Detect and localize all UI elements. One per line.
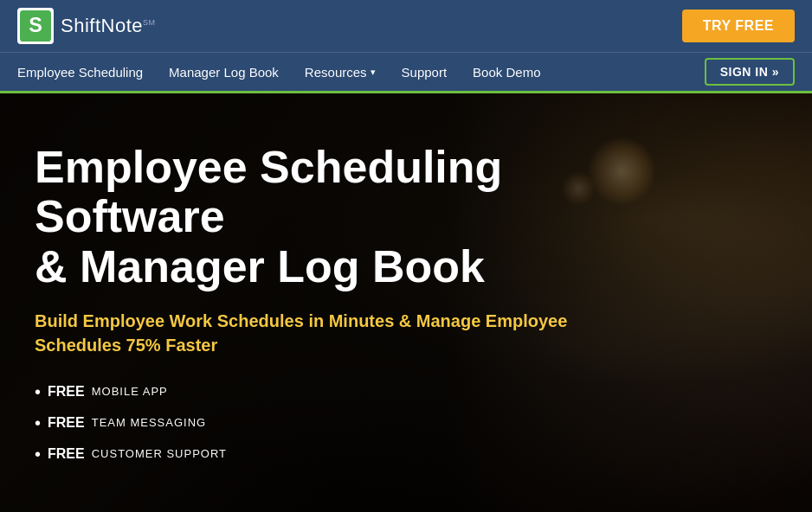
logo-area: S ShiftNoteSM <box>17 8 156 44</box>
hero-title: Employee Scheduling Software & Manager L… <box>35 143 658 291</box>
nav-book-demo[interactable]: Book Demo <box>473 65 540 80</box>
hero-section: Employee Scheduling Software & Manager L… <box>0 93 812 512</box>
logo-sm: SM <box>143 18 156 27</box>
nav-bar: Employee Scheduling Manager Log Book Res… <box>0 52 812 93</box>
logo-text: ShiftNoteSM <box>61 15 156 37</box>
nav-resources-label: Resources <box>305 65 367 80</box>
bullet-dot-1: • <box>35 383 41 400</box>
chevron-down-icon: ▾ <box>371 67 376 78</box>
bullet-text-3: CUSTOMER SUPPORT <box>92 447 227 460</box>
hero-title-line1: Employee Scheduling <box>35 142 502 192</box>
hero-title-line3: & Manager Log Book <box>35 241 485 291</box>
bullet-dot-3: • <box>35 445 41 463</box>
hero-bullets: • FREE MOBILE APP • FREE TEAM MESSAGING … <box>35 383 777 463</box>
svg-text:S: S <box>29 14 42 36</box>
bullet-dot-2: • <box>35 414 41 432</box>
logo-shift: Shift <box>61 15 101 36</box>
bullet-customer-support: • FREE CUSTOMER SUPPORT <box>35 445 777 463</box>
shiftnote-logo-icon: S <box>17 8 54 44</box>
bullet-label-1: FREE <box>48 384 85 400</box>
bullet-label-3: FREE <box>48 446 85 462</box>
sign-in-button[interactable]: SIGN IN » <box>705 58 795 86</box>
logo-note: Note <box>101 15 143 36</box>
nav-links: Employee Scheduling Manager Log Book Res… <box>17 65 540 80</box>
nav-resources[interactable]: Resources ▾ <box>305 65 376 80</box>
bullet-mobile-app: • FREE MOBILE APP <box>35 383 777 400</box>
nav-employee-scheduling[interactable]: Employee Scheduling <box>17 65 143 80</box>
nav-support[interactable]: Support <box>402 65 448 80</box>
hero-title-line2: Software <box>35 191 225 241</box>
hero-content: Employee Scheduling Software & Manager L… <box>0 93 812 512</box>
bullet-team-messaging: • FREE TEAM MESSAGING <box>35 414 777 432</box>
bullet-text-2: TEAM MESSAGING <box>92 416 206 429</box>
hero-subtitle: Build Employee Work Schedules in Minutes… <box>35 309 571 357</box>
try-free-button[interactable]: TRY FREE <box>682 10 795 42</box>
bullet-label-2: FREE <box>48 415 85 431</box>
bullet-text-1: MOBILE APP <box>92 385 168 398</box>
header: S ShiftNoteSM TRY FREE <box>0 0 812 52</box>
nav-manager-log-book[interactable]: Manager Log Book <box>169 65 279 80</box>
